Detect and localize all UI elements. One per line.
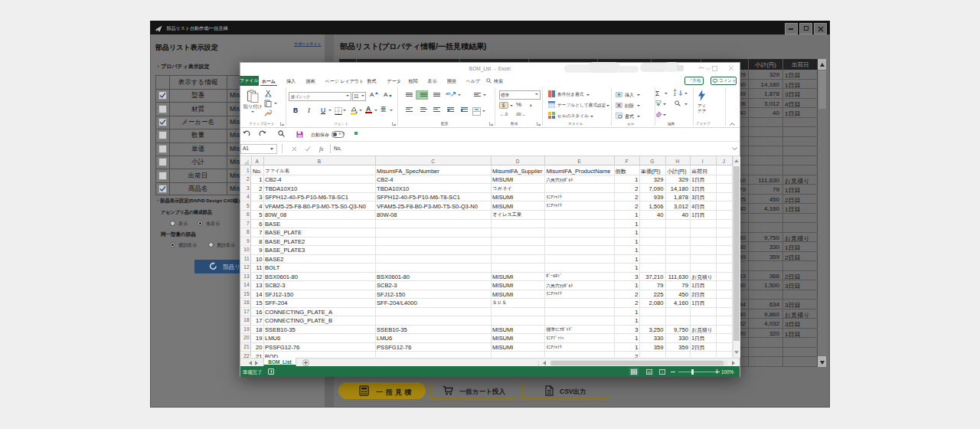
svg-text:$: $ <box>502 103 505 108</box>
